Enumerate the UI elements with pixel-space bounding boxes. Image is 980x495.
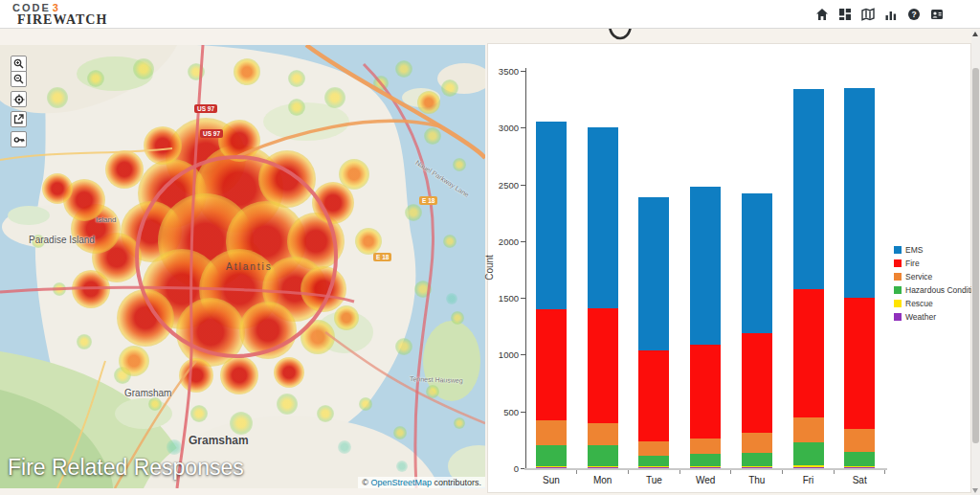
bar-segment-hazardous-condition[interactable]: [844, 452, 875, 466]
bar-segment-ems[interactable]: [588, 127, 618, 308]
bar-segment-ems[interactable]: [536, 122, 567, 309]
bar-segment-weather[interactable]: [742, 467, 772, 468]
help-icon[interactable]: ?: [906, 8, 921, 22]
chart-icon[interactable]: [883, 8, 898, 22]
legend-item-hazardous-condition[interactable]: Hazardous Condition: [894, 285, 980, 295]
attribution-suffix: contributors.: [434, 478, 481, 487]
bar-segment-ems[interactable]: [638, 197, 669, 350]
x-axis-line: [524, 468, 887, 470]
bar-segment-weather[interactable]: [793, 467, 824, 468]
bar-segment-service[interactable]: [638, 441, 669, 456]
bar-segment-rescue[interactable]: [588, 466, 618, 468]
bar-segment-service[interactable]: [690, 439, 721, 454]
bar-segment-rescue[interactable]: [742, 466, 772, 467]
map-icon[interactable]: [860, 8, 875, 22]
scrollbar-thumb[interactable]: [972, 68, 979, 443]
y-tick-label: 2500: [490, 180, 519, 191]
attribution-prefix: ©: [362, 478, 368, 487]
map-attribution: © OpenStreetMap contributors.: [358, 477, 485, 488]
x-tick-mark: [576, 470, 577, 474]
app-logo[interactable]: CODE3 FIREWATCH: [12, 3, 107, 27]
legend-swatch: [894, 300, 902, 307]
y-tick-label: 500: [490, 407, 519, 417]
bar-segment-ems[interactable]: [742, 193, 772, 333]
key-button[interactable]: [11, 131, 27, 147]
page-scrollbar[interactable]: [971, 30, 980, 495]
bar-segment-fire[interactable]: [844, 298, 875, 429]
legend-label: EMS: [905, 245, 923, 255]
legend-item-weather[interactable]: Weather: [894, 312, 980, 322]
export-button[interactable]: [11, 111, 27, 127]
y-tick-label: 0: [490, 463, 519, 474]
zoom-in-button[interactable]: [11, 56, 27, 72]
chart-panel: Count 0500100015002000250030003500SunMon…: [487, 43, 971, 493]
y-tick-label: 3000: [490, 123, 519, 133]
bar-segment-rescue[interactable]: [793, 465, 824, 467]
place-label: Paradise Island: [29, 235, 95, 245]
road-shield: E 18: [419, 196, 437, 205]
y-tick-mark: [521, 127, 525, 128]
x-category-label: Mon: [593, 475, 612, 485]
bar-segment-service[interactable]: [793, 417, 824, 442]
contact-icon[interactable]: [929, 8, 944, 22]
bar-segment-hazardous-condition[interactable]: [588, 445, 618, 465]
y-tick-label: 1500: [490, 293, 519, 304]
bar-segment-fire[interactable]: [690, 345, 721, 439]
bar-segment-service[interactable]: [588, 423, 618, 446]
x-category-label: Fri: [803, 475, 814, 485]
y-tick-mark: [521, 241, 525, 242]
bar-segment-hazardous-condition[interactable]: [690, 454, 721, 467]
bar-segment-ems[interactable]: [793, 89, 824, 289]
header-nav: ?: [814, 0, 944, 29]
bar-segment-hazardous-condition[interactable]: [793, 442, 824, 465]
x-category-label: Sun: [543, 475, 560, 485]
scroll-up-arrow-icon[interactable]: [972, 32, 978, 36]
bar-segment-weather[interactable]: [638, 467, 669, 468]
bar-segment-weather[interactable]: [690, 467, 721, 468]
locate-button[interactable]: [11, 91, 27, 107]
bar-segment-fire[interactable]: [742, 333, 772, 433]
app-header: CODE3 FIREWATCH ?: [0, 0, 980, 29]
home-icon[interactable]: [814, 8, 829, 22]
bar-segment-hazardous-condition[interactable]: [536, 445, 567, 466]
dashboard-icon[interactable]: [837, 8, 852, 22]
x-tick-mark: [628, 470, 629, 474]
bar-segment-hazardous-condition[interactable]: [638, 456, 669, 466]
bar-segment-rescue[interactable]: [536, 466, 567, 467]
legend-item-fire[interactable]: Fire: [894, 259, 980, 268]
x-tick-mark: [782, 470, 783, 474]
legend-swatch: [894, 273, 902, 281]
legend-swatch: [894, 259, 902, 267]
bar-segment-service[interactable]: [536, 420, 567, 445]
bar-segment-fire[interactable]: [588, 308, 618, 422]
zoom-out-button[interactable]: [11, 71, 27, 87]
bar-segment-weather[interactable]: [536, 467, 567, 468]
bar-segment-weather[interactable]: [588, 467, 618, 468]
place-label: Gramsham: [124, 388, 171, 398]
bar-segment-ems[interactable]: [690, 187, 721, 345]
chart-legend: EMSFireServiceHazardous ConditionRescueW…: [894, 245, 980, 326]
place-label: Gramsham: [189, 434, 249, 447]
bar-segment-rescue[interactable]: [690, 466, 721, 467]
bar-segment-fire[interactable]: [793, 289, 824, 417]
legend-swatch: [894, 246, 902, 254]
y-tick-mark: [521, 412, 525, 413]
bar-segment-rescue[interactable]: [844, 466, 875, 468]
legend-item-ems[interactable]: EMS: [894, 245, 980, 255]
y-axis-line: [525, 68, 526, 468]
legend-item-service[interactable]: Service: [894, 272, 980, 281]
scroll-down-arrow-icon[interactable]: [972, 488, 978, 493]
bar-segment-rescue[interactable]: [638, 466, 669, 467]
bar-segment-service[interactable]: [742, 433, 772, 453]
bar-segment-fire[interactable]: [638, 350, 669, 441]
bar-segment-fire[interactable]: [536, 309, 567, 420]
map-panel[interactable]: US 97US 97E 18E 18 IslandParadise Island…: [0, 45, 485, 488]
bar-segment-hazardous-condition[interactable]: [742, 453, 772, 466]
osm-link[interactable]: OpenStreetMap: [370, 478, 432, 487]
legend-item-rescue[interactable]: Rescue: [894, 299, 980, 308]
x-tick-mark: [730, 470, 731, 474]
bar-segment-service[interactable]: [844, 429, 875, 452]
bar-segment-weather[interactable]: [844, 467, 875, 468]
bar-segment-ems[interactable]: [844, 88, 875, 298]
y-tick-label: 1000: [490, 349, 519, 360]
